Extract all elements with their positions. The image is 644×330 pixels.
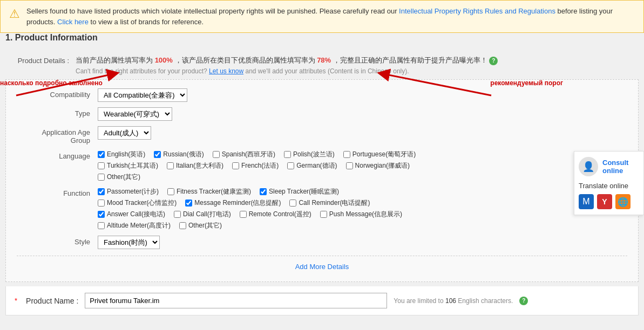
language-checkbox-group: English(英语) Russian(俄语) Spanish(西班牙语) Po…: [98, 150, 627, 159]
language-label: Language: [17, 150, 98, 160]
func-remote[interactable]: Remote Control(遥控): [240, 210, 311, 219]
language-checkboxes: English(英语) Russian(俄语) Spanish(西班牙语) Po…: [98, 150, 627, 182]
translate-yandex-icon[interactable]: Y: [597, 194, 612, 209]
section-title: 1. Product Information: [5, 33, 639, 47]
func-other[interactable]: Other(其它): [179, 221, 222, 230]
warning-text-end: to view a list of brands for reference.: [91, 18, 204, 26]
func-mood[interactable]: Mood Tracker(心情监控): [98, 198, 177, 208]
form-section: Compatibility All Compatible(全兼容) iOS An…: [5, 79, 639, 282]
product-name-label: Product Name :: [26, 297, 78, 305]
lang-norwegian[interactable]: Norwegian(挪威语): [346, 161, 410, 170]
let-us-know-link[interactable]: Let us know: [209, 67, 243, 75]
lang-russian[interactable]: Russian(俄语): [154, 150, 204, 159]
cant-find-suffix: and we'll add your attributes (Content i…: [246, 67, 409, 75]
ipr-link[interactable]: Intellectual Property Rights Rules and R…: [399, 7, 555, 15]
function-row: Function Passometer(计步) Fitness Tracker(…: [17, 187, 627, 230]
func-altitude[interactable]: Altitude Meter(高度计): [98, 221, 171, 230]
style-label: Style: [17, 236, 98, 246]
avatar: 👤: [579, 157, 598, 176]
help-icon[interactable]: ?: [489, 57, 498, 65]
fill-rate-pct2: 78%: [317, 56, 331, 64]
language-row: Language English(英语) Russian(俄语) Spanish…: [17, 150, 627, 182]
warning-bar: ⚠ Sellers found to have listed products …: [0, 0, 644, 33]
fill-rate-prefix: 当前产品的属性填写率为: [76, 56, 153, 64]
func-push[interactable]: Push Message(信息展示): [320, 210, 402, 219]
divider: [17, 256, 627, 256]
add-more-details-button[interactable]: Add More Details: [295, 263, 349, 271]
cant-find-prefix: Can't find the right attributes for your…: [76, 67, 207, 75]
style-select[interactable]: Fashion(时尚) Sport Classic: [98, 236, 160, 249]
warning-icon: ⚠: [9, 7, 20, 21]
lang-portuguese[interactable]: Portuguese(葡萄牙语): [343, 150, 416, 159]
char-limit-num: 106: [445, 297, 456, 305]
type-row: Type Wearable(可穿式) Clip-on: [17, 107, 627, 121]
compatibility-row: Compatibility All Compatible(全兼容) iOS An…: [17, 88, 627, 102]
product-details-content: 当前产品的属性填写率为 100% ，该产品所在类目下优质商品的属性填写率为 78…: [76, 56, 639, 75]
char-limit-text: You are limited to 106 English character…: [394, 297, 513, 305]
translate-label: Translate online: [579, 182, 639, 190]
func-message[interactable]: Message Reminder(信息提醒): [185, 198, 281, 208]
consult-online-button[interactable]: Consult online: [602, 159, 639, 175]
fill-rate-mid: ，该产品所在类目下优质商品的属性填写率为: [175, 56, 315, 64]
age-group-value: Adult(成人) Kids Teen: [98, 126, 627, 140]
fill-rate-pct1: 100%: [155, 56, 173, 64]
lang-german[interactable]: German(德语): [287, 161, 337, 170]
lang-italian[interactable]: Italian(意大利语): [167, 161, 223, 170]
product-name-row: * Product Name : You are limited to 106 …: [5, 286, 639, 315]
func-answer[interactable]: Answer Call(接电话): [98, 210, 165, 219]
function-label: Function: [17, 187, 98, 197]
fill-rate-text: 当前产品的属性填写率为 100% ，该产品所在类目下优质商品的属性填写率为 78…: [76, 56, 639, 65]
function-checkbox-group-2: Mood Tracker(心情监控) Message Reminder(信息提醒…: [98, 198, 627, 208]
translate-other-icon[interactable]: 🌐: [615, 194, 631, 209]
char-help-icon[interactable]: ?: [519, 297, 528, 305]
function-checkbox-group-1: Passometer(计步) Fitness Tracker(健康监测) Sle…: [98, 187, 627, 196]
lang-turkish[interactable]: Turkish(土耳其语): [98, 161, 158, 170]
compatibility-select[interactable]: All Compatible(全兼容) iOS Android: [98, 88, 187, 102]
age-group-select[interactable]: Adult(成人) Kids Teen: [98, 126, 151, 140]
product-details-row: Product Details : 当前产品的属性填写率为 100% ，该产品所…: [5, 56, 639, 75]
consult-row: 👤 Consult online: [579, 157, 639, 176]
consult-panel: 👤 Consult online Translate online M Y 🌐: [574, 151, 644, 215]
language-checkbox-group-3: Other(其它): [98, 173, 627, 182]
function-checkbox-group-3: Answer Call(接电话) Dial Call(打电话) Remote C…: [98, 210, 627, 219]
translate-microsoft-icon[interactable]: M: [579, 194, 594, 209]
func-passometer[interactable]: Passometer(计步): [98, 187, 159, 196]
compatibility-value: All Compatible(全兼容) iOS Android: [98, 88, 627, 102]
func-fitness[interactable]: Fitness Tracker(健康监测): [167, 187, 251, 196]
style-value: Fashion(时尚) Sport Classic: [98, 236, 627, 249]
compatibility-label: Compatibility: [17, 88, 98, 99]
style-row: Style Fashion(时尚) Sport Classic: [17, 236, 627, 249]
char-limit-suffix: English characters.: [458, 297, 513, 305]
language-checkbox-group-2: Turkish(土耳其语) Italian(意大利语) French(法语) G…: [98, 161, 627, 170]
warning-text: Sellers found to have listed products wh…: [26, 6, 635, 27]
lang-english[interactable]: English(英语): [98, 150, 145, 159]
lang-polish[interactable]: Polish(波兰语): [284, 150, 335, 159]
product-details-label: Product Details :: [5, 56, 76, 65]
char-limit-prefix: You are limited to: [394, 297, 443, 305]
warning-text-prefix: Sellers found to have listed products wh…: [26, 7, 399, 15]
translate-icons: M Y 🌐: [579, 194, 639, 209]
product-name-input[interactable]: [85, 293, 387, 308]
lang-other[interactable]: Other(其它): [98, 173, 140, 182]
lang-spanish[interactable]: Spanish(西班牙语): [213, 150, 275, 159]
cant-find-text: Can't find the right attributes for your…: [76, 67, 639, 75]
func-dial[interactable]: Dial Call(打电话): [174, 210, 231, 219]
age-group-row: Application Age Group Adult(成人) Kids Tee…: [17, 126, 627, 145]
fill-rate-suffix: ，完整且正确的产品属性有助于提升产品曝光率！: [333, 56, 487, 64]
type-select[interactable]: Wearable(可穿式) Clip-on: [98, 107, 172, 121]
required-star: *: [15, 297, 17, 305]
click-here-link[interactable]: Click here: [57, 18, 89, 26]
function-checkboxes: Passometer(计步) Fitness Tracker(健康监测) Sle…: [98, 187, 627, 230]
type-value: Wearable(可穿式) Clip-on: [98, 107, 627, 121]
func-call-reminder[interactable]: Call Reminder(电话提醒): [289, 198, 370, 208]
age-group-label: Application Age Group: [17, 126, 98, 145]
function-checkbox-group-4: Altitude Meter(高度计) Other(其它): [98, 221, 627, 230]
lang-french[interactable]: French(法语): [232, 161, 279, 170]
func-sleep[interactable]: Sleep Tracker(睡眠监测): [260, 187, 339, 196]
type-label: Type: [17, 107, 98, 118]
